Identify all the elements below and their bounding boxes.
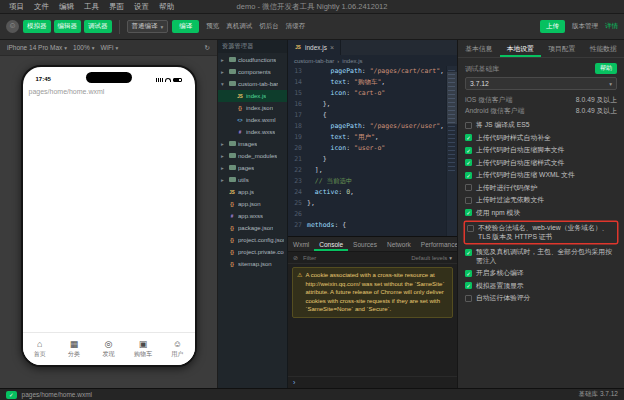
toolbar-action-button[interactable]: 真机调试 <box>226 22 252 31</box>
checkbox[interactable]: ✓ <box>465 147 472 154</box>
code-area[interactable]: 13 pagePath: "/pages/cart/cart",14 text:… <box>288 66 457 236</box>
setting-option[interactable]: ✓ 开启多核心编译 <box>465 267 617 280</box>
setting-option-label: 上传时进行代码保护 <box>476 184 537 193</box>
debugger-tab[interactable]: Wxml <box>288 237 314 251</box>
debugger-tab[interactable]: Performance <box>416 237 457 251</box>
help-button[interactable]: 帮助 <box>595 63 617 74</box>
details-tab[interactable]: 基本信息 <box>458 40 500 57</box>
checkbox[interactable]: ✓ <box>465 159 472 166</box>
phone-tab[interactable]: ☺ 用户 <box>160 333 194 365</box>
setting-option[interactable]: ✓ 模拟器置顶显示 <box>465 280 617 293</box>
setting-option[interactable]: ✓ 使用 npm 模块 <box>465 207 617 220</box>
compile-button[interactable]: 编译 <box>172 20 199 33</box>
menu-item[interactable]: 设置 <box>129 0 154 13</box>
setting-option[interactable]: ✓ 上传代码时样式自动补全 <box>465 132 617 145</box>
debugger-tab[interactable]: Network <box>382 237 416 251</box>
setting-option[interactable]: ✓ 上传代码时自动压缩脚本文件 <box>465 144 617 157</box>
devtools-window: demo - 微信开发者工具 Nightly 1.06.2412012 项目文件… <box>0 0 624 400</box>
phone-tab[interactable]: ◎ 发现 <box>91 333 125 365</box>
phone-tab[interactable]: ▣ 购物车 <box>126 333 160 365</box>
setting-option[interactable]: ✓ 将 JS 编译成 ES5 <box>465 119 617 132</box>
details-tab[interactable]: 本地设置 <box>500 40 542 57</box>
toolbar-action-button[interactable]: 切后台 <box>259 22 279 31</box>
panel-toggle-button[interactable]: 编辑器 <box>54 20 82 33</box>
tree-item[interactable]: ▸ pages <box>218 162 287 174</box>
tree-item[interactable]: ▸ cloudfunctions <box>218 54 287 66</box>
checkbox[interactable]: ✓ <box>465 270 472 277</box>
checkbox[interactable]: ✓ <box>465 282 472 289</box>
base-library-dropdown[interactable]: 3.7.12 ▾ <box>465 77 617 90</box>
setting-option[interactable]: ✓ 上传代码时自动压缩样式文件 <box>465 157 617 170</box>
details-tab[interactable]: 性能数据 <box>583 40 624 57</box>
tree-item[interactable]: index.wxml <box>218 114 287 126</box>
panel-toggle-button[interactable]: 模拟器 <box>23 20 51 33</box>
checkbox[interactable]: ✓ <box>465 134 472 141</box>
console-filter-label[interactable]: Filter <box>303 255 316 261</box>
menu-item[interactable]: 界面 <box>104 0 129 13</box>
checkbox[interactable]: ✓ <box>465 295 472 302</box>
toolbar-action-button[interactable]: 预览 <box>206 22 219 31</box>
console-input[interactable]: › <box>288 376 457 388</box>
tree-item[interactable]: sitemap.json <box>218 258 287 270</box>
panel-toggle-button[interactable]: 调试器 <box>84 20 112 33</box>
close-icon[interactable]: × <box>330 44 334 51</box>
tree-item[interactable]: ▸ images <box>218 138 287 150</box>
tree-item[interactable]: project.private.config.json <box>218 246 287 258</box>
details-tab[interactable]: 项目配置 <box>541 40 583 57</box>
tree-item[interactable]: index.js <box>218 90 287 102</box>
toolbar-action-button[interactable]: 清缓存 <box>286 22 306 31</box>
rotate-device-icon[interactable]: ↻ <box>205 44 210 52</box>
clear-console-icon[interactable]: ⊘ <box>293 254 298 261</box>
tree-item[interactable]: app.json <box>218 198 287 210</box>
log-levels-dropdown[interactable]: Default levels ▾ <box>411 255 452 261</box>
compile-mode-dropdown[interactable]: 普通编译 ▾ <box>127 20 169 33</box>
debugger-tab[interactable]: Console <box>314 237 348 251</box>
setting-option[interactable]: ✓ 上传代码时自动压缩 WXML 文件 <box>465 169 617 182</box>
tree-item[interactable]: app.wxss <box>218 210 287 222</box>
statusbar-path[interactable]: pages/home/home.wxml <box>22 391 92 398</box>
minimap-viewport[interactable] <box>447 72 457 124</box>
menu-item[interactable]: 工具 <box>79 0 104 13</box>
toolbar-right-button[interactable]: 详情 <box>605 22 618 31</box>
setting-option[interactable]: ✓ 自动运行体验评分 <box>465 292 617 305</box>
tree-item[interactable]: package.json <box>218 222 287 234</box>
editor-tab[interactable]: index.js × <box>288 40 341 55</box>
menu-item[interactable]: 项目 <box>4 0 29 13</box>
setting-option[interactable]: ✓ 上传时过滤无依赖文件 <box>465 194 617 207</box>
menu-item[interactable]: 文件 <box>29 0 54 13</box>
checkbox[interactable]: ✓ <box>465 122 472 129</box>
tree-item[interactable]: index.json <box>218 102 287 114</box>
checkbox[interactable]: ✓ <box>465 249 472 256</box>
tree-item[interactable]: project.config.json <box>218 234 287 246</box>
toolbar-right-button[interactable]: 上传 <box>540 20 565 33</box>
device-dropdown[interactable]: iPhone 14 Pro Max ▾ <box>7 44 67 51</box>
menu-item[interactable]: 编辑 <box>54 0 79 13</box>
tree-item[interactable]: ▸ node_modules <box>218 150 287 162</box>
tree-item[interactable]: ▸ utils <box>218 174 287 186</box>
setting-option[interactable]: ✓ 预览及真机调试时，主包、全部分包均采用按需注入 <box>465 246 617 267</box>
console-warning[interactable]: ⚠ A cookie associated with a cross-site … <box>292 267 453 318</box>
minimap[interactable] <box>446 66 457 236</box>
zoom-dropdown[interactable]: 100% ▾ <box>73 44 94 51</box>
toolbar-right-button[interactable]: 版本管理 <box>572 22 598 31</box>
checkbox[interactable]: ✓ <box>465 184 472 191</box>
checkbox[interactable]: ✓ <box>465 172 472 179</box>
breadcrumb-file[interactable]: index.js <box>342 58 362 64</box>
tree-item[interactable]: ▾ custom-tab-bar <box>218 78 287 90</box>
checkbox[interactable]: ✓ <box>465 197 472 204</box>
checkbox[interactable]: ✓ <box>465 209 472 216</box>
menu-item[interactable]: 帮助 <box>154 0 179 13</box>
phone-tab[interactable]: ▦ 分类 <box>57 333 91 365</box>
tree-item[interactable]: index.wxss <box>218 126 287 138</box>
breadcrumb-folder[interactable]: custom-tab-bar <box>294 58 334 64</box>
miniprogram-page[interactable]: pages/home/home.wxml <box>23 84 195 332</box>
tree-item[interactable]: app.js <box>218 186 287 198</box>
network-dropdown[interactable]: WiFi ▾ <box>100 44 118 51</box>
tree-item[interactable]: ▸ components <box>218 66 287 78</box>
phone-tab[interactable]: ⌂ 首页 <box>23 333 57 365</box>
user-avatar-icon[interactable]: ☺ <box>6 20 19 33</box>
setting-option[interactable]: ✓ 不校验合法域名、web-view（业务域名）、TLS 版本及 HTTPS 证… <box>465 222 617 243</box>
setting-option[interactable]: ✓ 上传时进行代码保护 <box>465 182 617 195</box>
checkbox[interactable]: ✓ <box>467 225 474 232</box>
debugger-tab[interactable]: Sources <box>348 237 382 251</box>
